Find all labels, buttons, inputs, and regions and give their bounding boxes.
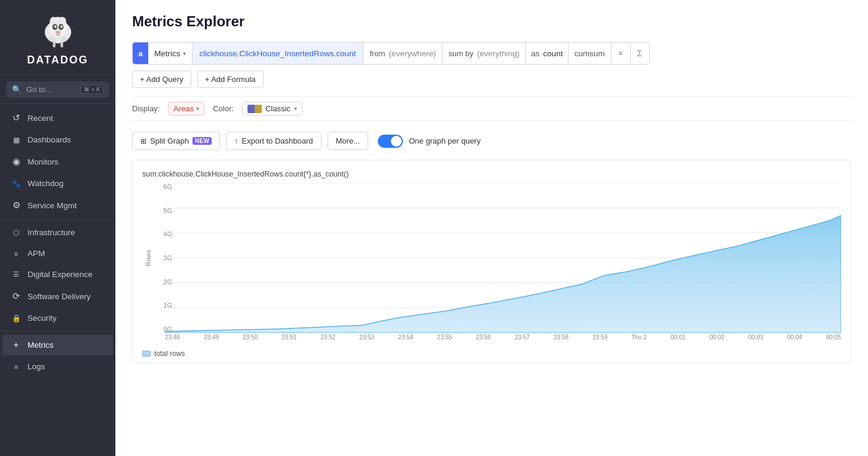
x-label-0003: 00:03: [748, 334, 763, 345]
security-icon: 🔒: [11, 314, 22, 323]
sigma-icon: Σ: [637, 48, 643, 58]
x-label-2348: 23:48: [165, 334, 180, 345]
search-kbd-hint: ⌘ + K: [81, 85, 103, 94]
x-label-2358: 23:58: [554, 334, 569, 345]
more-button[interactable]: More...: [328, 132, 368, 150]
sidebar-item-software-delivery[interactable]: ⟳ Software Delivery: [2, 285, 113, 307]
action-bar: ⊞ Split Graph NEW ↑ Export to Dashboard …: [132, 132, 851, 150]
add-query-label: + Add Query: [140, 75, 184, 84]
x-label-2355: 23:55: [437, 334, 452, 345]
query-as-value: count: [543, 49, 563, 58]
color-swatch: [247, 105, 262, 113]
svg-rect-11: [53, 41, 55, 47]
software-delivery-icon: ⟳: [11, 291, 22, 302]
sidebar-item-recent[interactable]: ↺ Recent: [2, 107, 113, 129]
x-label-2352: 23:52: [320, 334, 335, 345]
sidebar-item-watchdog[interactable]: 🐾 Watchdog: [2, 174, 113, 193]
sidebar-item-label: Service Mgmt: [27, 201, 77, 210]
query-type-select[interactable]: Metrics ▾: [148, 42, 192, 64]
color-scheme-select[interactable]: Classic ▾: [242, 102, 302, 115]
sidebar-logo: DATADOG: [0, 0, 115, 75]
graph-container: sum:clickhouse.ClickHouse_InsertedRows.c…: [132, 160, 851, 363]
legend-label: total rows: [154, 349, 185, 358]
svg-point-8: [55, 31, 60, 34]
query-as-label: as: [531, 49, 539, 58]
color-label: Color:: [213, 104, 234, 113]
display-type-select[interactable]: Areas ▾: [168, 102, 204, 115]
display-label: Display:: [132, 104, 160, 113]
display-type-value: Areas: [173, 104, 194, 113]
export-dashboard-label: Export to Dashboard: [242, 136, 313, 145]
sidebar: DATADOG 🔍 Go to... ⌘ + K ↺ Recent ▦ Dash…: [0, 0, 115, 456]
x-label-0001: 00:01: [671, 334, 686, 345]
graph-formula: sum:clickhouse.ClickHouse_InsertedRows.c…: [142, 170, 841, 178]
svg-rect-12: [60, 41, 63, 47]
datadog-logo-icon: [38, 11, 78, 51]
x-label-2356: 23:56: [476, 334, 491, 345]
export-dashboard-button[interactable]: ↑ Export to Dashboard: [226, 132, 321, 150]
sidebar-item-metrics[interactable]: ⌖ Metrics: [2, 335, 113, 355]
split-graph-button[interactable]: ⊞ Split Graph NEW: [132, 132, 220, 150]
sidebar-item-monitors[interactable]: ◉ Monitors: [2, 151, 113, 172]
global-search[interactable]: 🔍 Go to... ⌘ + K: [6, 81, 109, 98]
query-as-field: as count: [526, 42, 568, 64]
query-sumby-label: sum by: [448, 49, 473, 58]
one-graph-per-query-toggle-group: One graph per query: [378, 135, 481, 148]
display-type-chevron-icon: ▾: [196, 105, 199, 112]
x-label-2353: 23:53: [359, 334, 374, 345]
x-label-2354: 23:54: [398, 334, 413, 345]
area-chart-svg: [165, 183, 841, 333]
sidebar-item-label: Dashboards: [27, 135, 71, 144]
monitors-icon: ◉: [11, 156, 22, 167]
sidebar-item-logs[interactable]: ≡ Logs: [2, 357, 113, 376]
one-graph-per-query-toggle[interactable]: [378, 135, 403, 148]
toggle-thumb: [391, 136, 402, 147]
query-sigma-button[interactable]: Σ: [630, 42, 649, 64]
sidebar-item-digital-experience[interactable]: ☰ Digital Experience: [2, 265, 113, 284]
sidebar-item-label: Logs: [27, 362, 45, 371]
search-icon: 🔍: [12, 85, 22, 94]
infrastructure-icon: ⬡: [11, 229, 22, 237]
sidebar-divider-3: [0, 331, 115, 332]
chart-svg-container: [165, 183, 841, 333]
sidebar-item-label: Software Delivery: [27, 292, 91, 301]
query-type-label: Metrics: [154, 49, 181, 58]
toggle-track: [378, 135, 403, 148]
x-label-0005: 00:05: [826, 334, 841, 345]
split-graph-label: Split Graph: [150, 136, 189, 145]
query-sumby-field[interactable]: sum by (everything): [442, 42, 526, 64]
x-label-0002: 00:02: [710, 334, 725, 345]
sidebar-item-label: Infrastructure: [27, 228, 75, 237]
watchdog-icon: 🐾: [11, 180, 22, 188]
add-buttons-row: + Add Query + Add Formula: [132, 71, 851, 88]
sidebar-item-security[interactable]: 🔒 Security: [2, 308, 113, 328]
display-row: Display: Areas ▾ Color: Classic ▾: [132, 96, 851, 121]
close-icon: ×: [618, 48, 623, 58]
query-row-a: a Metrics ▾ clickhouse.ClickHouse_Insert…: [132, 42, 650, 65]
apm-icon: ≡: [11, 250, 22, 257]
main-content: Metrics Explorer a Metrics ▾ clickhouse.…: [115, 0, 868, 456]
x-label-thu2: Thu 2: [631, 334, 647, 345]
sidebar-item-infrastructure[interactable]: ⬡ Infrastructure: [2, 223, 113, 242]
add-query-button[interactable]: + Add Query: [132, 71, 191, 88]
svg-point-10: [61, 37, 67, 42]
sidebar-item-apm[interactable]: ≡ APM: [2, 244, 113, 263]
query-from-value: (everywhere): [389, 49, 436, 58]
sidebar-item-label: Digital Experience: [27, 270, 93, 279]
query-badge-a: a: [133, 42, 148, 64]
metrics-icon: ⌖: [11, 340, 22, 350]
query-close-button[interactable]: ×: [611, 42, 630, 64]
add-formula-button[interactable]: + Add Formula: [197, 71, 264, 88]
query-type-chevron-icon: ▾: [183, 50, 186, 57]
sidebar-item-label: Security: [27, 314, 57, 323]
query-from-field[interactable]: from (everywhere): [363, 42, 442, 64]
service-mgmt-icon: ⚙: [11, 200, 22, 211]
sidebar-item-label: Monitors: [27, 157, 59, 166]
x-label-2351: 23:51: [282, 334, 297, 345]
x-label-2357: 23:57: [515, 334, 530, 345]
sidebar-item-dashboards[interactable]: ▦ Dashboards: [2, 130, 113, 150]
query-metric-input[interactable]: clickhouse.ClickHouse_InsertedRows.count: [192, 42, 364, 64]
sidebar-item-service-mgmt[interactable]: ⚙ Service Mgmt: [2, 194, 113, 216]
query-cumsum-field[interactable]: cumsum: [569, 42, 611, 64]
sidebar-divider-1: [0, 104, 115, 104]
